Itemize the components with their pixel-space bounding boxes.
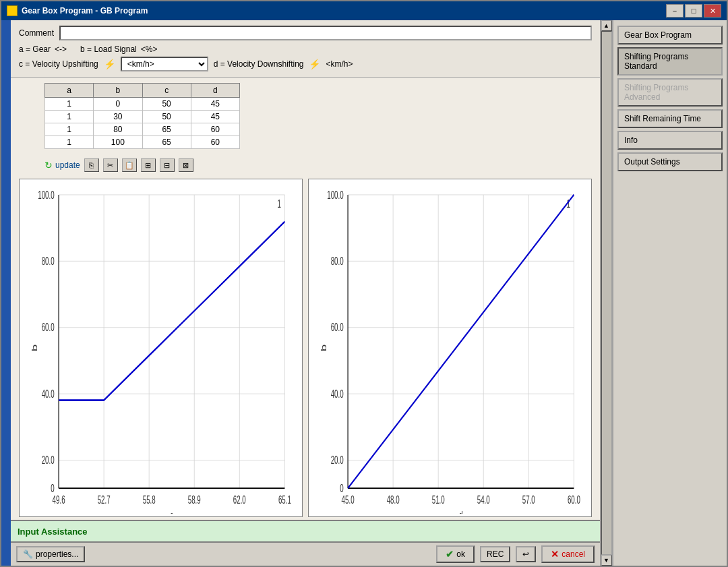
svg-text:60.0: 60.0 [568,493,580,506]
rec-button[interactable]: REC [480,546,510,562]
maximize-button[interactable]: □ [685,4,702,18]
svg-text:60.0: 60.0 [42,320,55,334]
svg-text:80.0: 80.0 [42,254,55,268]
b-signal: b = Load Signal <%> [80,44,157,54]
undo-button[interactable]: ↩ [516,546,536,562]
toolbar-row: ↻ update ⎘ ✂ 📋 ⊞ ⊟ ⊠ [11,154,600,176]
table-row[interactable]: 105045 [45,98,240,111]
svg-text:40.0: 40.0 [331,387,344,400]
col-a-header: a [45,84,94,98]
scroll-up-button[interactable]: ▲ [601,20,612,31]
table-cell: 0 [94,98,142,111]
a-signal: a = Gear <-> [19,44,67,54]
table-cell: 45 [191,98,239,111]
undo-icon: ↩ [522,549,529,559]
data-table: a b c d 1050451305045180656011006560 [44,83,240,149]
table-cell: 1 [45,111,94,123]
grid3-button[interactable]: ⊠ [179,158,193,172]
info-label: Info [624,136,638,145]
charts-area: 100.0 80.0 60.0 40.0 20.0 0 49.6 52.7 55… [11,176,600,520]
table-area: a b c d 1050451305045180656011006560 [11,78,600,154]
title-bar: Gear Box Program - GB Program − □ ✕ [1,1,727,20]
ok-button[interactable]: ✔ ok [436,545,475,563]
input-assistance-bar: Input Assistance [11,520,600,541]
right-chart-container: 100.0 80.0 60.0 40.0 20.0 0 45.0 48.0 51… [308,179,592,517]
b-label: b = Load Signal [80,44,137,54]
scroll-track[interactable] [601,31,612,555]
copy-button[interactable]: ⎘ [84,158,99,172]
svg-text:c: c [170,508,174,514]
table-cell: 60 [191,136,239,149]
table-cell: 50 [142,98,191,111]
title-bar-left: Gear Box Program - GB Program [7,5,148,16]
update-icon: ↻ [44,160,53,171]
c-label: c = Velocity Upshifting [19,59,98,69]
shifting-programs-standard-button[interactable]: Shifting Programs Standard [617,47,723,76]
svg-text:48.0: 48.0 [387,493,400,506]
svg-text:20.0: 20.0 [331,453,344,467]
svg-text:58.9: 58.9 [188,493,201,506]
ok-icon: ✔ [446,549,454,560]
output-settings-button[interactable]: Output Settings [617,152,723,171]
d-label: d = Velocity Downshifting [214,59,304,69]
table-row[interactable]: 1806560 [45,123,240,136]
svg-text:57.0: 57.0 [522,493,535,506]
d-unit: <km/h> [326,59,353,69]
cancel-icon: ✕ [551,549,559,560]
properties-icon: 🔧 [23,549,33,559]
paste-button[interactable]: 📋 [122,158,137,172]
table-row[interactable]: 1305045 [45,111,240,123]
svg-text:45.0: 45.0 [342,493,355,506]
properties-label: properties... [36,549,78,559]
shifting-programs-advanced-label: Shifting Programs Advanced [624,83,688,102]
title-bar-controls: − □ ✕ [666,4,721,18]
svg-text:49.6: 49.6 [53,493,65,506]
table-row[interactable]: 11006560 [45,136,240,149]
input-assistance-label: Input Assistance [18,527,88,537]
svg-text:d: d [459,508,463,514]
svg-text:52.7: 52.7 [98,493,111,506]
gear-box-program-button[interactable]: Gear Box Program [617,26,723,44]
grid1-button[interactable]: ⊞ [141,158,156,172]
comment-label: Comment [19,28,54,38]
b-unit: <%> [141,44,158,54]
svg-text:100.0: 100.0 [38,188,55,202]
center-area: Comment a = Gear <-> b = Load Signal <%>… [11,20,600,566]
shift-remaining-time-button[interactable]: Shift Remaining Time [617,109,723,128]
table-cell: 30 [94,111,142,123]
table-cell: 50 [142,111,191,123]
shifting-programs-standard-label: Shifting Programs Standard [624,52,688,71]
close-button[interactable]: ✕ [704,4,721,18]
svg-text:b: b [320,345,328,352]
svg-text:54.0: 54.0 [477,493,490,506]
table-cell: 1 [45,123,94,136]
table-cell: 80 [94,123,142,136]
comment-input[interactable] [59,26,592,40]
svg-text:1: 1 [278,197,282,210]
info-button[interactable]: Info [617,131,723,150]
a-arrow: <-> [55,44,67,54]
minimize-button[interactable]: − [666,4,684,18]
main-window: Gear Box Program - GB Program − □ ✕ Comm… [0,0,728,567]
table-cell: 100 [94,136,142,149]
cut-button[interactable]: ✂ [103,158,118,172]
svg-text:b: b [30,345,38,352]
scroll-down-button[interactable]: ▼ [601,555,612,566]
right-panel: Gear Box Program Shifting Programs Stand… [612,20,727,566]
update-label: update [55,160,80,170]
svg-text:51.0: 51.0 [432,493,445,506]
col-c-header: c [142,84,191,98]
properties-button[interactable]: 🔧 properties... [16,546,85,562]
grid2-button[interactable]: ⊟ [160,158,175,172]
c-dropdown[interactable]: <km/h> [121,57,208,71]
svg-text:20.0: 20.0 [42,453,55,467]
table-cell: 65 [142,136,191,149]
right-chart-svg: 100.0 80.0 60.0 40.0 20.0 0 45.0 48.0 51… [311,182,588,514]
update-button[interactable]: ↻ update [44,160,80,171]
cancel-button[interactable]: ✕ cancel [541,545,595,563]
svg-text:100.0: 100.0 [327,188,344,202]
svg-text:55.8: 55.8 [143,493,156,506]
window-title: Gear Box Program - GB Program [22,6,148,16]
shift-remaining-time-label: Shift Remaining Time [624,114,701,123]
svg-text:62.0: 62.0 [233,493,246,506]
